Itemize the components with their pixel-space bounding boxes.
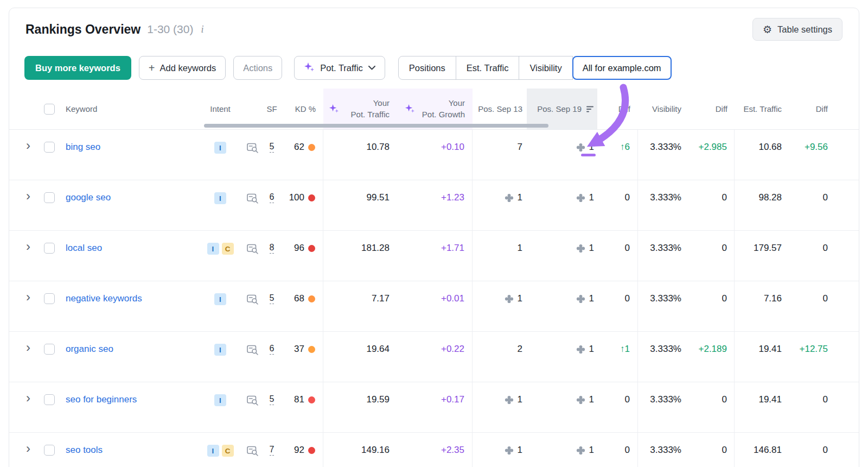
pot-growth-value: +0.10 bbox=[441, 142, 464, 153]
serp-feature-position-icon bbox=[576, 244, 585, 253]
sf-count[interactable]: 6 bbox=[270, 192, 275, 203]
keyword-link[interactable]: organic seo bbox=[66, 344, 113, 355]
keyword-link[interactable]: local seo bbox=[66, 243, 102, 254]
col-header-visibility[interactable]: Visibility bbox=[638, 89, 692, 129]
col-header-pos-sep13[interactable]: Pos. Sep 13 bbox=[473, 89, 527, 129]
actions-button[interactable]: Actions bbox=[233, 56, 282, 80]
col-header-pot-growth[interactable]: Your Pot. Growth bbox=[399, 89, 473, 129]
table-settings-label: Table settings bbox=[777, 24, 832, 35]
add-keywords-button[interactable]: + Add keywords bbox=[139, 56, 226, 80]
serp-feature-position-icon bbox=[576, 193, 585, 203]
col-header-intent[interactable]: Intent bbox=[199, 89, 242, 129]
sf-count[interactable]: 7 bbox=[270, 445, 275, 456]
keyword-link[interactable]: bing seo bbox=[66, 142, 100, 153]
row-checkbox[interactable] bbox=[44, 293, 55, 304]
sparkle-icon bbox=[405, 103, 415, 115]
visibility-diff-value: +2.189 bbox=[699, 344, 727, 355]
serp-feature-position-icon bbox=[576, 143, 585, 152]
rankings-overview-card: Rankings Overview 1-30 (30) i ⚙ Table se… bbox=[9, 8, 859, 467]
col-header-keyword[interactable]: Keyword bbox=[61, 89, 199, 129]
serp-feature-position-icon bbox=[576, 294, 585, 304]
visibility-value: 3.333% bbox=[650, 394, 681, 405]
row-checkbox[interactable] bbox=[44, 243, 55, 254]
serp-features-icon[interactable] bbox=[247, 395, 259, 406]
expand-row-icon[interactable]: › bbox=[26, 140, 30, 150]
toolbar: Buy more keywords + Add keywords Actions… bbox=[9, 51, 859, 89]
serp-features-icon[interactable] bbox=[247, 294, 259, 305]
col-header-diff-est-traffic[interactable]: Diff bbox=[792, 89, 838, 129]
est-traffic-value: 146.81 bbox=[754, 445, 782, 456]
sf-count[interactable]: 5 bbox=[270, 293, 275, 304]
row-checkbox[interactable] bbox=[44, 344, 55, 355]
expand-row-icon[interactable]: › bbox=[26, 191, 30, 201]
visibility-diff-value: 0 bbox=[722, 293, 727, 304]
keyword-link[interactable]: google seo bbox=[66, 192, 111, 203]
view-tab-all-for-domain[interactable]: All for example.com bbox=[572, 56, 672, 80]
visibility-diff-value: 0 bbox=[722, 394, 727, 405]
pos-sep13-value: 1 bbox=[518, 445, 522, 456]
row-checkbox[interactable] bbox=[44, 142, 55, 153]
serp-feature-position-icon bbox=[576, 446, 585, 455]
pos-sep13-value: 1 bbox=[518, 293, 522, 304]
view-tab-positions[interactable]: Positions bbox=[398, 56, 456, 80]
horizontal-scrollbar-thumb[interactable] bbox=[204, 124, 548, 128]
visibility-value: 3.333% bbox=[650, 192, 681, 203]
info-icon[interactable]: i bbox=[201, 24, 203, 35]
col-header-sf[interactable]: SF bbox=[264, 89, 280, 129]
est-traffic-value: 179.57 bbox=[754, 243, 782, 254]
row-checkbox[interactable] bbox=[44, 445, 55, 456]
intent-badge-i: I bbox=[207, 243, 219, 255]
col-header-diff-visibility[interactable]: Diff bbox=[692, 89, 735, 129]
kd-dot bbox=[308, 245, 315, 252]
kd-value: 37 bbox=[294, 344, 304, 355]
sf-count[interactable]: 8 bbox=[270, 243, 275, 254]
keyword-link[interactable]: seo for beginners bbox=[66, 394, 137, 405]
col-header-diff-pos[interactable]: Diff bbox=[597, 89, 638, 129]
row-checkbox[interactable] bbox=[44, 394, 55, 405]
visibility-diff-value: 0 bbox=[722, 192, 727, 203]
sf-count[interactable]: 5 bbox=[270, 394, 275, 405]
buy-more-keywords-button[interactable]: Buy more keywords bbox=[24, 56, 131, 80]
visibility-value: 3.333% bbox=[650, 344, 681, 355]
serp-features-icon[interactable] bbox=[247, 344, 259, 356]
est-traffic-value: 19.41 bbox=[758, 344, 782, 355]
intent-badge-i: I bbox=[207, 445, 219, 457]
serp-features-icon[interactable] bbox=[247, 243, 259, 255]
col-header-pot-traffic[interactable]: Your Pot. Traffic bbox=[323, 89, 399, 129]
pos-sep19-value: 1 bbox=[589, 243, 594, 254]
expand-row-icon[interactable]: › bbox=[26, 292, 30, 302]
intent-badge-i: I bbox=[214, 394, 226, 406]
expand-row-icon[interactable]: › bbox=[26, 393, 30, 403]
intent-badges: I bbox=[199, 281, 242, 331]
row-checkbox[interactable] bbox=[44, 192, 55, 203]
sf-count[interactable]: 5 bbox=[270, 142, 275, 153]
intent-badges: I bbox=[199, 332, 242, 382]
sf-count[interactable]: 6 bbox=[270, 344, 275, 355]
col-header-pos-sep19[interactable]: Pos. Sep 19 bbox=[527, 89, 597, 129]
expand-row-icon[interactable]: › bbox=[26, 241, 30, 251]
col-header-est-traffic[interactable]: Est. Traffic bbox=[735, 89, 792, 129]
serp-features-icon[interactable] bbox=[247, 193, 259, 204]
col-header-serp bbox=[242, 89, 264, 129]
serp-feature-position-icon bbox=[505, 294, 514, 304]
intent-badge-c: C bbox=[222, 445, 234, 457]
select-all-checkbox[interactable] bbox=[44, 104, 55, 115]
serp-feature-position-icon bbox=[505, 446, 514, 455]
metric-dropdown[interactable]: Pot. Traffic bbox=[294, 56, 385, 80]
keyword-link[interactable]: seo tools bbox=[66, 445, 103, 456]
pos-sep19-value: 1 bbox=[589, 445, 594, 456]
view-tab-visibility[interactable]: Visibility bbox=[519, 56, 572, 80]
est-traffic-value: 98.28 bbox=[758, 192, 782, 203]
pot-growth-value: +1.23 bbox=[441, 192, 464, 203]
serp-features-icon[interactable] bbox=[247, 142, 259, 154]
table-settings-button[interactable]: ⚙ Table settings bbox=[752, 18, 843, 41]
pos-sep13-value: 1 bbox=[518, 192, 522, 203]
serp-features-icon[interactable] bbox=[247, 445, 259, 457]
expand-row-icon[interactable]: › bbox=[26, 443, 30, 453]
pos-sep19-value: 1 bbox=[589, 344, 594, 355]
col-header-kd[interactable]: KD % bbox=[280, 89, 323, 129]
expand-row-icon[interactable]: › bbox=[26, 342, 30, 352]
keyword-link[interactable]: negative keywords bbox=[66, 293, 142, 304]
view-tab-est-traffic[interactable]: Est. Traffic bbox=[456, 56, 520, 80]
kd-value: 92 bbox=[294, 445, 304, 456]
